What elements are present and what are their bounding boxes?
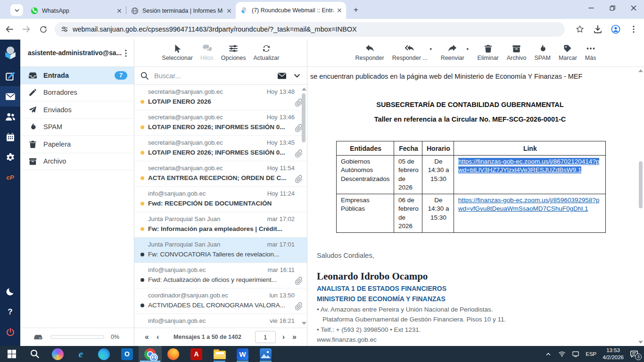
schedule-table: Entidades Fecha Horario Link Gobiernos A… <box>336 141 606 233</box>
forward-label: Reenviar <box>441 55 464 61</box>
tab-roundcube[interactable]: (7) Roundcube Webmail :: Entra <box>236 2 346 19</box>
taskbar-photos-button[interactable] <box>254 346 277 362</box>
reply-all-caret-icon[interactable]: ▼ <box>429 47 433 51</box>
language-indicator[interactable]: ESP <box>586 351 596 357</box>
refresh-button[interactable]: Actualizar <box>254 44 280 61</box>
spam-button[interactable]: SPAM <box>534 44 551 61</box>
folder-borradores[interactable]: Borradores <box>20 84 134 102</box>
taskbar-copilot-button[interactable] <box>46 346 69 362</box>
list-item[interactable]: secretaria@sanjuan.gob.ecHoy 13:46 LOTAI… <box>134 110 307 136</box>
pagination-label: Mensajes 1 a 50 de 1402 <box>163 334 252 340</box>
forward-button[interactable] <box>19 22 34 37</box>
tab-close-icon[interactable] <box>335 7 343 15</box>
list-item[interactable]: info@sanjuan.gob.ecvie 16:21 <box>134 314 307 328</box>
tab-sesion-terminada[interactable]: Sesión terminada | Informes Me <box>126 3 236 19</box>
taskbar-outlook-button[interactable]: O <box>116 346 139 362</box>
options-button[interactable]: Opciones <box>221 44 246 61</box>
dark-mode-toggle[interactable] <box>0 281 20 302</box>
folder-enviados[interactable]: Enviados <box>20 101 134 119</box>
folder-archivo[interactable]: Archivo <box>20 153 134 171</box>
folder-papelera[interactable]: Papelera <box>20 136 134 153</box>
last-page-button[interactable]: » <box>289 333 300 341</box>
threads-button[interactable]: Hilos <box>200 44 214 61</box>
calendar-nav-button[interactable] <box>0 127 20 147</box>
bookmark-star-icon[interactable] <box>572 22 587 37</box>
list-item[interactable]: secretaria@sanjuan.gob.ecHoy 13:45 LOTAI… <box>134 136 307 161</box>
tab-search-button[interactable] <box>10 4 23 16</box>
archive-button[interactable]: Archivo <box>507 44 527 61</box>
select-button[interactable]: Seleccionar <box>162 44 193 61</box>
next-page-button[interactable]: › <box>279 333 289 341</box>
more-button[interactable]: Más <box>585 44 596 61</box>
scope-mail-icon[interactable] <box>277 71 287 81</box>
tab-close-icon[interactable] <box>115 7 123 15</box>
maximize-button[interactable] <box>602 0 623 16</box>
taskbar-edge-button[interactable] <box>92 346 116 362</box>
taskbar-firefox-button[interactable] <box>162 346 185 362</box>
new-tab-button[interactable]: + <box>350 4 362 16</box>
search-options-chevron-icon[interactable] <box>293 72 301 80</box>
site-settings-icon[interactable] <box>60 25 69 33</box>
taskbar-ie-button[interactable]: e <box>69 346 92 362</box>
list-scrollbar[interactable] <box>301 87 306 326</box>
zoom-link-selected[interactable]: https://finanzas-gob-ec.zoom.us/j/867021… <box>458 158 599 173</box>
settings-nav-button[interactable] <box>0 147 20 167</box>
browser-menu-icon[interactable] <box>626 22 641 37</box>
folder-entrada[interactable]: Entrada 7 <box>20 67 134 84</box>
url-input[interactable] <box>73 25 559 33</box>
taskbar-word-button[interactable]: W <box>231 346 254 362</box>
close-button[interactable] <box>623 0 644 16</box>
clock[interactable]: 13:53 4/2/2026 <box>603 347 624 361</box>
chrome-icon <box>144 348 156 360</box>
delete-button[interactable]: Eliminar <box>478 44 499 61</box>
notification-center-button[interactable]: 3 <box>630 350 638 358</box>
back-button[interactable] <box>2 22 17 37</box>
compose-button[interactable] <box>0 66 20 86</box>
zoom-link[interactable]: https://finanzas-gob-ec.zoom.us/j/859603… <box>458 197 599 212</box>
quota-bar: 0% <box>20 328 134 346</box>
list-item[interactable]: secretaria@sanjuan.gob.ecHoy 13:48 LOTAI… <box>134 85 307 110</box>
account-menu-icon[interactable] <box>122 49 130 58</box>
tray-expand-icon[interactable] <box>545 350 552 358</box>
tab-close-icon[interactable] <box>225 7 233 15</box>
list-item[interactable]: info@sanjuan.gob.ecmar 16:11 Fwd: Actual… <box>134 263 307 288</box>
list-item[interactable]: info@sanjuan.gob.ecHoy 11:24 Fwd: RECEPC… <box>134 187 307 212</box>
forward-caret-icon[interactable]: ▼ <box>466 47 470 51</box>
minimize-button[interactable] <box>580 0 602 16</box>
reply-button[interactable]: Responder <box>355 44 384 61</box>
list-item-selected[interactable]: Junta Parroquial San Juanmar 17:01 Fw: C… <box>134 238 307 263</box>
taskbar-explorer-button[interactable] <box>208 346 231 362</box>
taskbar-acrobat-button[interactable]: A <box>185 346 208 362</box>
tab-whatsapp[interactable]: WhatsApp <box>26 3 126 19</box>
threads-label: Hilos <box>200 55 214 61</box>
taskbar-search-button[interactable] <box>23 346 46 362</box>
mail-nav-button[interactable] <box>0 86 20 107</box>
search-input[interactable] <box>154 72 271 80</box>
logout-button[interactable] <box>0 322 20 342</box>
display-icon[interactable] <box>572 350 579 358</box>
forward-button[interactable]: Reenviar <box>441 44 464 61</box>
help-button[interactable]: ? <box>0 302 20 322</box>
address-bar[interactable] <box>55 22 565 37</box>
downloads-icon[interactable] <box>590 22 605 37</box>
message-scrollbar[interactable] <box>638 68 644 345</box>
mark-button[interactable]: Marcar <box>559 44 577 61</box>
contacts-nav-button[interactable] <box>0 107 20 127</box>
cpanel-nav-button[interactable]: cP <box>0 167 20 188</box>
list-item[interactable]: coordinador@sanjuan.gob.eclun 13:50 ACTI… <box>134 288 307 314</box>
reply-all-icon <box>405 44 415 53</box>
roundcube-logo[interactable] <box>0 40 20 66</box>
page-input[interactable] <box>255 331 276 343</box>
list-item[interactable]: Junta Parroquial San Juanmar 17:02 Fw: I… <box>134 212 307 238</box>
prev-page-button[interactable]: ‹ <box>153 333 163 341</box>
taskbar-chrome-button[interactable] <box>139 346 162 362</box>
wifi-icon[interactable] <box>558 350 566 358</box>
start-button[interactable] <box>0 346 23 362</box>
list-item[interactable]: secretaria@sanjuan.gob.ecHoy 11:54 ACTA … <box>134 161 307 187</box>
reply-all-button[interactable]: Responder ... <box>392 44 428 61</box>
profile-avatar-icon[interactable] <box>608 22 623 37</box>
first-page-button[interactable]: « <box>141 333 153 341</box>
date: Hoy 13:46 <box>267 114 295 121</box>
folder-spam[interactable]: SPAM <box>20 119 134 136</box>
reload-button[interactable] <box>36 22 51 37</box>
